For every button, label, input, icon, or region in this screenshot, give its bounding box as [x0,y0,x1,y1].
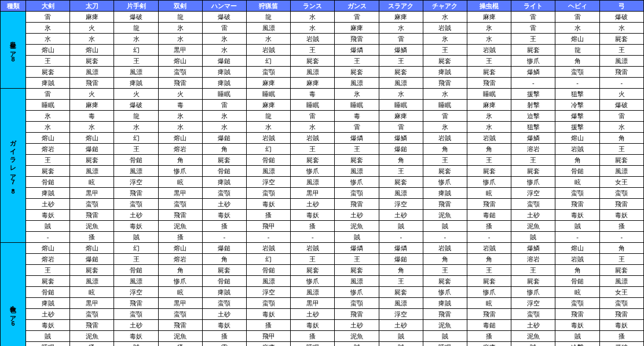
cell: 角 [379,155,423,166]
cell: 熔山 [26,45,70,56]
cell: 水 [202,122,246,133]
col-header: 操虫棍 [467,1,511,12]
col-header: ライト [511,1,555,12]
cell: 爆破 [114,12,158,23]
table-row: 熔山熔山幻熔山爆鎚岩賊岩賊爆燐爆鱗岩賊岩賊爆鱗熔山角 [1,133,644,144]
cell: 眩 [555,287,599,298]
cell: 麻痺 [70,100,114,111]
cell: 痺賊 [26,78,70,89]
cell: 王 [291,45,335,56]
cell: 風漂 [247,23,291,34]
cell: 風漂 [599,166,643,177]
cell: 賊 [114,232,158,243]
cell: 賊 [555,331,599,342]
cell: 屍套 [379,67,423,78]
cell: 眩 [467,188,511,199]
cell: 熔山 [158,56,202,67]
cell: 毒妖 [291,320,335,331]
cell: 惨爪 [511,287,555,298]
cell: 氷 [423,34,467,45]
cell: 土砂 [379,210,423,221]
cell: 岩賊 [291,34,335,45]
cell: 風漂 [70,67,114,78]
cell: 角 [202,254,246,265]
cell: 屍套 [202,155,246,166]
cell: 痺賊 [26,188,70,199]
cell: 王 [511,155,555,166]
cell: 睡眠 [291,342,335,347]
cell: 氷 [423,122,467,133]
cell: 賊 [335,232,379,243]
cell: - [467,232,511,243]
cell: 龍 [158,12,202,23]
cell: 黒甲 [70,298,114,309]
cell: - [423,232,467,243]
cell: 泥魚 [70,331,114,342]
cell: 蛮顎 [247,298,291,309]
cell: 搔 [599,221,643,232]
cell: 蛮顎 [158,199,202,210]
cell: 王 [26,265,70,276]
cell: 賊 [379,331,423,342]
cell: 屍套 [26,166,70,177]
cell: 水 [158,34,202,45]
cell: 水 [599,23,643,34]
cell: 雷 [26,12,70,23]
cell: 熔山 [26,133,70,144]
cell: 麻痺 [335,23,379,34]
cell: 泥魚 [423,320,467,331]
cell: 王 [335,254,379,265]
cell: 風漂 [379,78,423,89]
cell: 搔 [291,331,335,342]
cell: 水 [114,122,158,133]
cell: 氷 [467,23,511,34]
cell: 骨鎚 [247,155,291,166]
cell: 痺賊 [114,78,158,89]
cell: 水 [26,122,70,133]
cell: 水 [70,122,114,133]
cell: 惨爪 [511,56,555,67]
table-row: 毒妖飛雷土砂飛雷毒妖搔毒妖土砂土砂泥魚毒鎚土砂毒妖毒妖 [1,320,644,331]
cell: 蛮顎 [247,188,291,199]
cell: 水 [26,34,70,45]
cell: 氷 [202,111,246,122]
cell: 幻 [247,144,291,155]
cell: 王 [335,144,379,155]
cell: 浮空 [247,287,291,298]
cell: 蛮顎 [158,67,202,78]
cell: 雷 [26,89,70,100]
cell: 熔岩 [26,144,70,155]
cell: 飛雷 [158,78,202,89]
table-row: 熔山熔山幻黒甲水岩賊王爆燐爆鱗王岩賊屍套龍王 [1,45,644,56]
cell: 岩賊 [423,133,467,144]
cell: 熔岩 [26,254,70,265]
cell: 痺賊 [423,188,467,199]
cell: 惨爪 [158,166,202,177]
cell: 賊 [379,221,423,232]
cell: 雷 [379,122,423,133]
cell: 水 [247,34,291,45]
cell: 王 [511,265,555,276]
cell: 水 [467,34,511,45]
cell: 角 [158,155,202,166]
cell: 賊 [511,232,555,243]
cell: 賊 [423,221,467,232]
cell: 屍套 [291,265,335,276]
col-header: ハンマー [202,1,246,12]
cell: 蛮顎 [555,298,599,309]
cell: 爆鎚 [202,56,246,67]
cell: 角 [555,56,599,67]
cell: 賊 [26,331,70,342]
cell: 泥魚 [335,221,379,232]
cell: 風漂 [114,166,158,177]
table-row: 屍套風漂風漂蛮顎痺賊蛮顎風漂屍套屍套痺賊屍套爆鱗蛮顎飛雷 [1,67,644,78]
cell: 飛雷 [335,199,379,210]
cell: 眩 [70,287,114,298]
col-header: チャアク [423,1,467,12]
group-header: ガイラレア7・8 [1,89,26,243]
cell: 雷 [202,100,246,111]
cell: 骨鎚 [555,166,599,177]
cell: 睡眠 [26,342,70,347]
cell: 水 [467,122,511,133]
cell: 搔 [70,232,114,243]
